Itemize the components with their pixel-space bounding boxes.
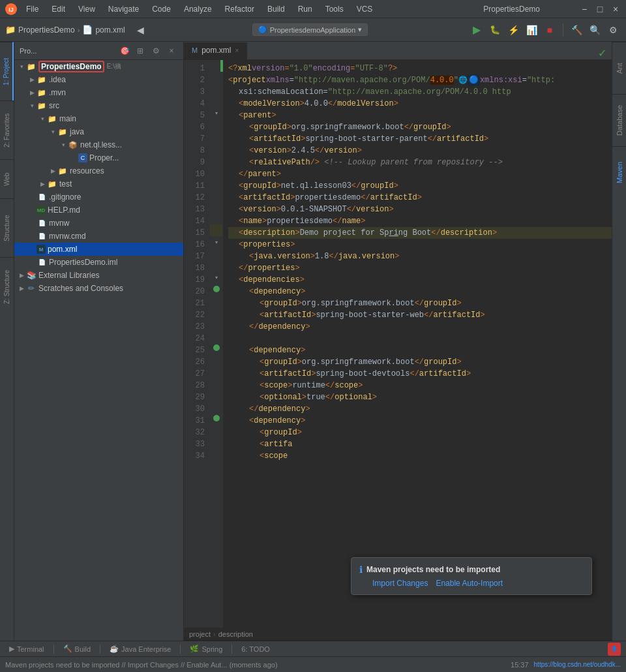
- code-editor[interactable]: 1234 5678 9101112 13141516 17181920 2122…: [184, 60, 612, 628]
- gutter-line-27: [210, 365, 223, 377]
- run-config-dropdown[interactable]: 🔵 PropertiesdemoApplication ▾: [252, 23, 368, 36]
- breadcrumb-project[interactable]: project: [189, 630, 211, 638]
- editor-tabs: M pom.xml × ✓: [184, 42, 612, 60]
- scratches-arrow-icon: ▶: [17, 284, 26, 293]
- fold-arrow-16[interactable]: ▾: [215, 239, 218, 245]
- project-panel: Pro... 🎯 ⊞ ⚙ × ▾ 📁 PropertiesDemo E:\摘 ▶…: [14, 42, 184, 641]
- tree-java-item[interactable]: ▾ 📁 java: [14, 125, 183, 138]
- main-area: 1: Project 2: Favorites Web Structure Z:…: [0, 42, 626, 641]
- tree-java-class-item[interactable]: C Proper...: [14, 151, 183, 164]
- right-tab-maven[interactable]: Maven: [612, 146, 626, 198]
- code-line-16: <properties>: [228, 239, 612, 251]
- tree-mvn-item[interactable]: ▶ 📁 .mvn: [14, 86, 183, 99]
- project-name: PropertiesDemo: [18, 25, 75, 35]
- tree-scratches-item[interactable]: ▶ ✏ Scratches and Consoles: [14, 282, 183, 295]
- panel-actions: 🎯 ⊞ ⚙ ×: [118, 44, 178, 57]
- line-num-21: 21: [184, 298, 205, 309]
- code-line-10: </parent>: [228, 168, 612, 180]
- stop-button[interactable]: ■: [542, 22, 558, 38]
- terminal-icon: ▶: [9, 645, 14, 653]
- gutter-dot-25: [213, 344, 220, 351]
- tree-gitignore-item[interactable]: 📄 .gitignore: [14, 191, 183, 204]
- close-panel-button[interactable]: ×: [165, 44, 178, 57]
- menu-bar: File Edit View Navigate Code Analyze Ref…: [21, 3, 483, 15]
- minimize-button[interactable]: −: [579, 4, 589, 14]
- tree-root-item[interactable]: ▾ 📁 PropertiesDemo E:\摘: [14, 60, 183, 73]
- tree-help-item[interactable]: MD HELP.md: [14, 204, 183, 217]
- back-button[interactable]: ◀: [133, 22, 149, 38]
- menu-refactor[interactable]: Refactor: [220, 3, 260, 15]
- java-enterprise-button[interactable]: ☕ Java Enterprise: [106, 645, 175, 653]
- resources-arrow-icon: ▶: [48, 166, 57, 176]
- terminal-button[interactable]: ▶ Terminal: [5, 645, 48, 653]
- tree-mvnw-cmd-item[interactable]: 📄 mvnw.cmd: [14, 230, 183, 243]
- tree-idea-item[interactable]: ▶ 📁 .idea: [14, 73, 183, 86]
- terminal-label: Terminal: [17, 645, 44, 653]
- src-label: src: [49, 101, 59, 110]
- profile-button[interactable]: 📊: [524, 22, 539, 38]
- package-folder-icon: 📦: [68, 140, 78, 150]
- sidebar-tab-favorites[interactable]: 2: Favorites: [0, 100, 14, 159]
- code-content[interactable]: <?xml version="1.0" encoding="UTF-8"?> <…: [223, 60, 612, 628]
- tree-src-item[interactable]: ▾ 📁 src: [14, 99, 183, 112]
- expand-button[interactable]: ⊞: [134, 44, 147, 57]
- popup-info-icon: ℹ: [359, 564, 363, 575]
- tree-test-item[interactable]: ▶ 📁 test: [14, 177, 183, 191]
- tree-external-item[interactable]: ▶ 📚 External Libraries: [14, 269, 183, 282]
- status-time: 15:37: [511, 661, 529, 669]
- java-label: java: [70, 127, 84, 136]
- tree-pom-item[interactable]: M pom.xml: [14, 243, 183, 256]
- menu-vcs[interactable]: VCS: [351, 3, 378, 15]
- gutter-line-15: [210, 224, 223, 236]
- gutter-line-16: ▾: [210, 236, 223, 248]
- search-button[interactable]: 🔍: [587, 22, 603, 38]
- sidebar-tab-z-structure[interactable]: Z: Structure: [0, 257, 14, 316]
- todo-button[interactable]: 6: TODO: [237, 645, 274, 653]
- fold-arrow-5[interactable]: ▾: [215, 110, 218, 116]
- tree-resources-item[interactable]: ▶ 📁 resources: [14, 164, 183, 177]
- spring-button[interactable]: 🌿 Spring: [186, 645, 226, 653]
- run-button[interactable]: ▶: [469, 22, 484, 38]
- tree-main-item[interactable]: ▾ 📁 main: [14, 112, 183, 125]
- menu-run[interactable]: Run: [293, 3, 318, 15]
- fold-arrow-19[interactable]: ▾: [215, 275, 218, 281]
- sidebar-tab-web[interactable]: Web: [0, 159, 14, 198]
- menu-tools[interactable]: Tools: [320, 3, 349, 15]
- enable-auto-import-link[interactable]: Enable Auto-Import: [436, 579, 503, 588]
- locate-button[interactable]: 🎯: [118, 44, 131, 57]
- menu-view[interactable]: View: [73, 3, 100, 15]
- debug-button[interactable]: 🐛: [487, 22, 503, 38]
- help-label: HELP.md: [48, 206, 80, 215]
- build-button[interactable]: 🔨 Build: [59, 645, 95, 653]
- sidebar-tab-structure[interactable]: Structure: [0, 198, 14, 257]
- tree-mvnw-item[interactable]: 📄 mvnw: [14, 217, 183, 230]
- menu-analyze[interactable]: Analyze: [179, 3, 217, 15]
- editor-tab-pom[interactable]: M pom.xml ×: [184, 42, 247, 59]
- code-line-30: </dependency>: [228, 403, 612, 415]
- menu-code[interactable]: Code: [147, 3, 176, 15]
- tree-iml-item[interactable]: 📄 PropertiesDemo.iml: [14, 256, 183, 269]
- code-line-29: <optional>true</optional>: [228, 391, 612, 403]
- menu-build[interactable]: Build: [262, 3, 290, 15]
- breadcrumb-description[interactable]: description: [218, 630, 253, 638]
- line-num-10: 10: [184, 168, 205, 180]
- pom-tab-close[interactable]: ×: [235, 47, 239, 54]
- build-button[interactable]: 🔨: [569, 22, 584, 38]
- bottom-bar: Maven projects need to be imported // Im…: [0, 656, 626, 672]
- tree-package-item[interactable]: ▾ 📦 net.ql.less...: [14, 138, 183, 151]
- settings-button[interactable]: ⚙: [605, 22, 621, 38]
- settings-panel-button[interactable]: ⚙: [149, 44, 162, 57]
- run-with-coverage-button[interactable]: ⚡: [505, 22, 521, 38]
- sidebar-tab-project[interactable]: 1: Project: [0, 42, 14, 100]
- right-tab-ant[interactable]: Ant: [612, 42, 626, 94]
- import-changes-link[interactable]: Import Changes: [372, 579, 428, 588]
- maximize-button[interactable]: □: [595, 4, 605, 14]
- line-num-34: 34: [184, 450, 205, 462]
- close-button[interactable]: ×: [610, 4, 621, 14]
- menu-edit[interactable]: Edit: [46, 3, 70, 15]
- gutter-line-10: [210, 166, 223, 177]
- right-tab-database[interactable]: Database: [612, 94, 626, 146]
- editor-area: M pom.xml × ✓ 1234 5678 9101112 13141516…: [184, 42, 612, 641]
- menu-file[interactable]: File: [21, 3, 44, 15]
- menu-navigate[interactable]: Navigate: [103, 3, 144, 15]
